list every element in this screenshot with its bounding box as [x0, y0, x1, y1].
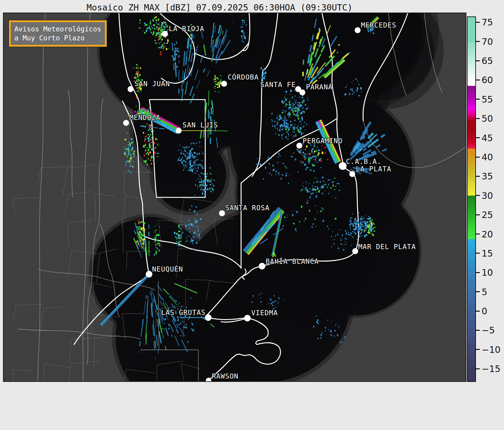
radar-echo [139, 22, 140, 23]
radar-echo [335, 324, 336, 325]
radar-echo [150, 22, 151, 23]
radar-echo [148, 137, 149, 139]
radar-echo [355, 224, 356, 226]
radar-echo [197, 219, 197, 219]
radar-echo [151, 145, 152, 146]
radar-echo [338, 326, 339, 327]
radar-echo [298, 126, 299, 127]
radar-echo [287, 132, 287, 133]
radar-echo [367, 227, 368, 228]
radar-echo [177, 50, 178, 52]
radar-echo [333, 243, 335, 245]
radar-echo [130, 144, 131, 145]
colorbar-tick [476, 176, 480, 177]
radar-echo [272, 253, 273, 254]
radar-echo [364, 235, 366, 237]
radar-echo [139, 76, 140, 77]
radar-echo [350, 220, 351, 222]
radar-echo [327, 226, 328, 227]
radar-echo [133, 68, 134, 69]
radar-echo [181, 234, 182, 235]
radar-echo [345, 241, 346, 242]
radar-echo [150, 160, 151, 161]
radar-echo [370, 227, 371, 228]
radar-echo [365, 228, 366, 228]
radar-echo [350, 234, 351, 234]
radar-echo [157, 247, 157, 247]
radar-echo [316, 178, 317, 179]
colorbar-tick-label: −15 [482, 364, 500, 374]
radar-echo [138, 90, 139, 91]
radar-echo [323, 220, 324, 222]
radar-echo [260, 298, 261, 298]
radar-echo [130, 154, 131, 155]
radar-echo [159, 47, 160, 48]
radar-echo [316, 321, 318, 323]
city-dot [123, 120, 129, 126]
radar-echo [180, 228, 181, 229]
radar-echo [295, 158, 296, 160]
radar-echo [325, 184, 326, 185]
radar-echo [154, 240, 156, 242]
radar-echo [306, 154, 307, 155]
radar-echo [135, 232, 136, 233]
radar-echo [288, 130, 289, 132]
radar-echo [193, 164, 194, 165]
radar-echo [198, 231, 199, 232]
radar-echo [302, 137, 303, 138]
radar-echo [167, 39, 168, 41]
radar-echo [181, 161, 183, 164]
radar-echo [286, 103, 287, 105]
radar-echo [210, 184, 211, 185]
radar-echo [138, 72, 139, 73]
radar-echo [183, 153, 184, 155]
radar-echo [193, 233, 194, 234]
radar-echo [139, 234, 140, 236]
alert-avisos-box[interactable]: Avisos Meteorológicos a Muy Corto Plazo [9, 20, 107, 47]
radar-echo [160, 32, 161, 33]
radar-echo [134, 151, 135, 152]
radar-echo [193, 161, 195, 163]
radar-echo [363, 226, 364, 227]
radar-echo [313, 155, 315, 157]
radar-echo [292, 96, 293, 97]
radar-echo [267, 157, 269, 158]
radar-echo [129, 153, 130, 154]
radar-echo [370, 220, 371, 222]
radar-echo [311, 193, 312, 195]
radar-echo [145, 136, 146, 137]
colorbar-tick [476, 60, 480, 61]
radar-echo [357, 89, 358, 90]
radar-echo [302, 189, 303, 190]
radar-echo [302, 108, 303, 109]
radar-echo [163, 21, 165, 23]
radar-echo [323, 187, 324, 188]
radar-echo [125, 139, 126, 140]
radar-echo [310, 156, 311, 157]
radar-echo [345, 87, 346, 88]
radar-echo [209, 190, 210, 191]
radar-echo [302, 155, 302, 155]
radar-echo [371, 225, 372, 227]
radar-echo [290, 129, 291, 130]
radar-echo [191, 323, 192, 323]
radar-echo [178, 158, 179, 160]
city-label: PERGAMINO [303, 137, 343, 145]
radar-echo [139, 222, 140, 223]
radar-echo [353, 80, 354, 81]
radar-echo [160, 37, 161, 39]
radar-echo [138, 238, 139, 239]
radar-echo [308, 160, 309, 162]
radar-echo [191, 150, 191, 151]
radar-echo [320, 190, 321, 190]
radar-echo [193, 41, 193, 42]
radar-echo [194, 232, 195, 234]
radar-echo [362, 222, 363, 223]
city-dot [349, 171, 355, 177]
radar-echo [365, 230, 366, 231]
radar-echo [202, 193, 203, 195]
radar-echo [161, 25, 162, 27]
radar-echo [191, 160, 192, 161]
radar-echo [293, 113, 294, 115]
radar-echo [147, 112, 148, 113]
